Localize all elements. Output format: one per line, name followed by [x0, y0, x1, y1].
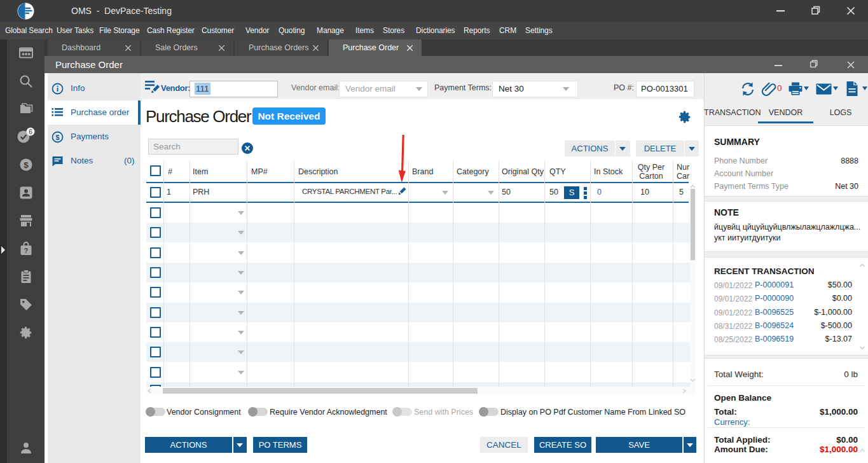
- svg-text:$: $: [55, 134, 60, 141]
- svg-text:$: $: [24, 160, 29, 170]
- svg-text:?: ?: [24, 247, 27, 254]
- svg-text:6: 6: [29, 128, 32, 135]
